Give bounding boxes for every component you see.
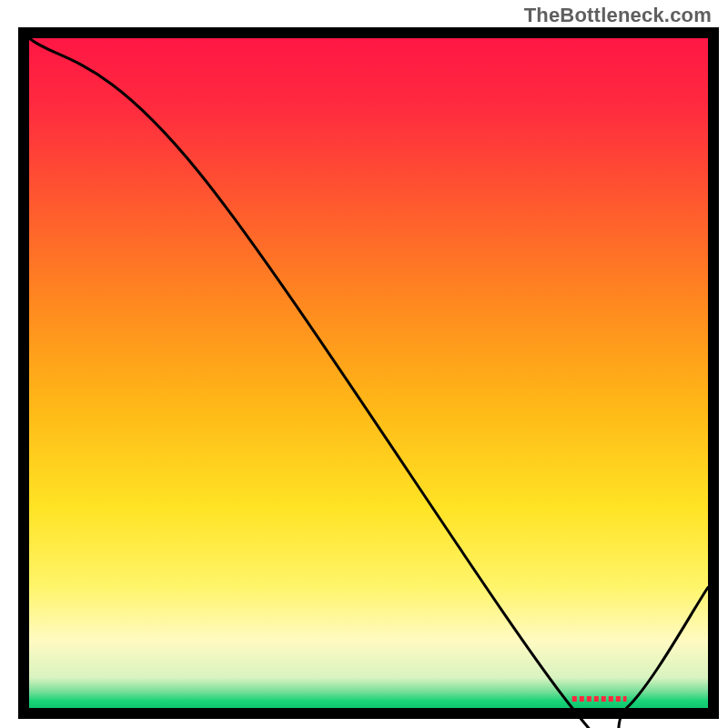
bottleneck-chart bbox=[0, 0, 728, 728]
plot-background bbox=[29, 38, 708, 708]
